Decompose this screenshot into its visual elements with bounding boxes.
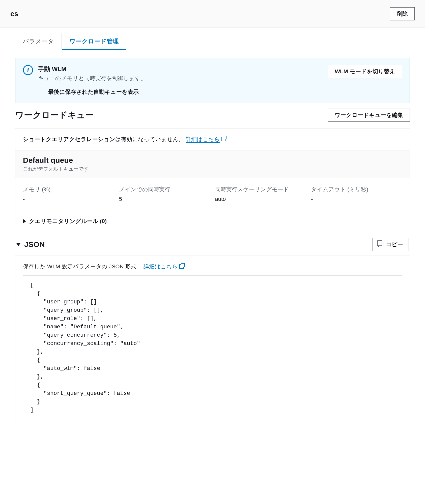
field-concurrency: メインでの同時実行 5 — [119, 186, 210, 202]
json-panel: 保存した WLM 設定パラメータの JSON 形式。 詳細はこちら [ { "u… — [15, 256, 410, 427]
field-concurrency-label: メインでの同時実行 — [119, 186, 210, 193]
field-timeout-label: タイムアウト (ミリ秒) — [311, 186, 402, 193]
default-queue-subtitle: これがデフォルトキューです。 — [23, 166, 402, 172]
default-queue-header: Default queue これがデフォルトキューです。 — [15, 150, 410, 178]
workload-queue-header-row: ワークロードキュー ワークロードキューを編集 — [15, 109, 410, 122]
default-queue-title: Default queue — [23, 156, 402, 165]
info-description: キューのメモリと同時実行を制御します。 — [38, 75, 323, 82]
json-learn-more-link[interactable]: 詳細はこちら — [144, 263, 178, 270]
external-link-icon — [221, 137, 226, 141]
field-timeout: タイムアウト (ミリ秒) - — [311, 186, 402, 202]
json-title: JSON — [24, 240, 45, 249]
qmr-label: クエリモニタリングルール (0) — [29, 217, 107, 225]
json-description-row: 保存した WLM 設定パラメータの JSON 形式。 詳細はこちら — [23, 263, 402, 270]
field-scaling: 同時実行スケーリングモード auto — [215, 186, 306, 202]
info-body: 手動 WLM キューのメモリと同時実行を制御します。 最後に保存された自動キュー… — [38, 65, 323, 96]
field-scaling-label: 同時実行スケーリングモード — [215, 186, 306, 193]
sqa-label-bold: ショートクエリアクセラレーション — [23, 136, 115, 142]
tab-bar: パラメータ ワークロード管理 — [15, 33, 410, 50]
query-monitoring-rules-expander[interactable]: クエリモニタリングルール (0) — [15, 212, 410, 230]
external-link-icon — [179, 264, 184, 269]
info-subheading: 最後に保存された自動キューを表示 — [48, 88, 323, 96]
queue-panel: ショートクエリアクセラレーションは有効になっていません。 詳細はこちら Defa… — [15, 128, 410, 230]
field-memory-value: - — [23, 196, 114, 202]
info-title: 手動 WLM — [38, 65, 323, 73]
field-scaling-value: auto — [215, 196, 306, 202]
info-icon: i — [23, 65, 33, 75]
page-title: cs — [10, 10, 18, 18]
field-concurrency-value: 5 — [119, 196, 210, 202]
tab-parameter[interactable]: パラメータ — [15, 33, 62, 50]
copy-label: コピー — [386, 241, 403, 248]
json-code-block: [ { "user_group": [], "query_group": [],… — [23, 275, 402, 420]
copy-icon — [378, 242, 383, 247]
workload-queue-title: ワークロードキュー — [15, 109, 94, 121]
wlm-mode-info-panel: i 手動 WLM キューのメモリと同時実行を制御します。 最後に保存された自動キ… — [15, 58, 410, 103]
page-header: cs 削除 — [0, 0, 425, 28]
field-memory-label: メモリ (%) — [23, 186, 114, 193]
sqa-learn-more-link[interactable]: 詳細はこちら — [186, 136, 220, 143]
edit-workload-queue-button[interactable]: ワークロードキューを編集 — [328, 109, 410, 122]
json-description: 保存した WLM 設定パラメータの JSON 形式。 — [23, 263, 142, 270]
delete-button[interactable]: 削除 — [390, 7, 415, 20]
field-timeout-value: - — [311, 196, 402, 202]
sqa-label-rest: は有効になっていません。 — [115, 136, 184, 142]
caret-down-icon — [16, 243, 21, 246]
json-expander[interactable]: JSON — [16, 240, 45, 249]
sqa-text: ショートクエリアクセラレーションは有効になっていません。 詳細はこちら — [23, 136, 226, 142]
sqa-row: ショートクエリアクセラレーションは有効になっていません。 詳細はこちら — [15, 129, 410, 150]
copy-button[interactable]: コピー — [373, 238, 409, 251]
content-area: パラメータ ワークロード管理 i 手動 WLM キューのメモリと同時実行を制御し… — [0, 28, 425, 437]
caret-right-icon — [23, 219, 26, 224]
tab-workload-management[interactable]: ワークロード管理 — [62, 33, 126, 50]
json-header-row: JSON コピー — [15, 238, 410, 251]
switch-wlm-mode-button[interactable]: WLM モードを切り替え — [328, 65, 402, 78]
queue-fields-grid: メモリ (%) - メインでの同時実行 5 同時実行スケーリングモード auto… — [15, 178, 410, 212]
field-memory: メモリ (%) - — [23, 186, 114, 202]
